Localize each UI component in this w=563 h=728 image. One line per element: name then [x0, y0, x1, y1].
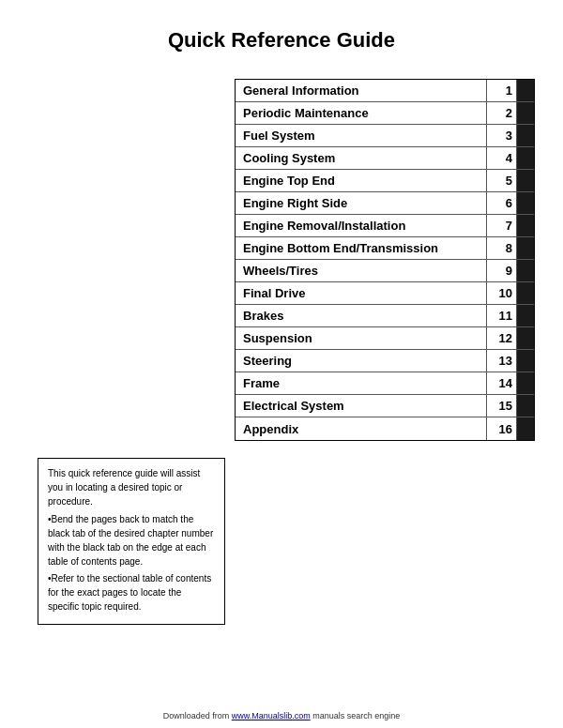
table-row: Engine Right Side6 [236, 192, 534, 215]
toc-item-number: 7 [487, 215, 517, 236]
toc-item-number: 4 [487, 147, 517, 169]
toc-item-label: Engine Top End [236, 170, 487, 191]
toc-item-number: 16 [487, 417, 517, 440]
toc-item-label: Engine Removal/Installation [236, 215, 487, 236]
toc-item-number: 1 [487, 80, 517, 101]
toc-item-label: Cooling System [236, 147, 487, 169]
toc-item-label: Steering [236, 350, 487, 372]
toc-item-label: Frame [236, 372, 487, 394]
table-row: Appendix16 [236, 417, 534, 440]
toc-item-number: 12 [487, 327, 517, 349]
table-row: Brakes11 [236, 305, 534, 327]
table-row: Periodic Maintenance2 [236, 102, 534, 125]
table-row: Wheels/Tires9 [236, 260, 534, 282]
table-row: Electrical System15 [236, 395, 534, 417]
toc-item-label: Final Drive [236, 282, 487, 304]
toc-item-label: Suspension [236, 327, 487, 349]
toc-item-number: 5 [487, 170, 517, 191]
toc-item-label: Engine Bottom End/Transmission [236, 237, 487, 259]
table-row: General Information1 [236, 80, 534, 102]
toc-item-number: 2 [487, 102, 517, 124]
table-row: Frame14 [236, 372, 534, 395]
toc-item-tab [517, 125, 534, 146]
toc-item-number: 14 [487, 372, 517, 394]
toc-item-number: 6 [487, 192, 517, 214]
toc-item-tab [517, 102, 534, 124]
table-row: Engine Top End5 [236, 170, 534, 192]
toc-item-label: Appendix [236, 417, 487, 440]
info-box: This quick reference guide will assist y… [38, 458, 225, 625]
toc-item-label: Fuel System [236, 125, 487, 146]
toc-item-number: 9 [487, 260, 517, 281]
info-box-bullet: •Refer to the sectional table of content… [48, 571, 215, 614]
toc-item-number: 10 [487, 282, 517, 304]
toc-item-number: 13 [487, 350, 517, 372]
page-title: Quick Reference Guide [168, 28, 395, 53]
toc-item-tab [517, 417, 534, 440]
toc-item-tab [517, 305, 534, 326]
info-box-text: This quick reference guide will assist y… [48, 466, 215, 508]
toc-container: General Information1Periodic Maintenance… [235, 79, 535, 441]
toc-item-label: Wheels/Tires [236, 260, 487, 281]
toc-item-tab [517, 192, 534, 214]
toc-item-label: Periodic Maintenance [236, 102, 487, 124]
toc-item-tab [517, 372, 534, 394]
toc-item-label: Engine Right Side [236, 192, 487, 214]
table-row: Steering13 [236, 350, 534, 372]
toc-item-number: 8 [487, 237, 517, 259]
toc-item-number: 15 [487, 395, 517, 417]
toc-item-label: General Information [236, 80, 487, 101]
table-row: Engine Bottom End/Transmission8 [236, 237, 534, 260]
toc-item-tab [517, 237, 534, 259]
toc-item-tab [517, 170, 534, 191]
toc-item-tab [517, 327, 534, 349]
info-box-bullet: •Bend the pages back to match the black … [48, 512, 215, 569]
table-row: Cooling System4 [236, 147, 534, 170]
table-row: Final Drive10 [236, 282, 534, 305]
toc-item-number: 11 [487, 305, 517, 326]
footer-text-before: Downloaded from [163, 711, 232, 720]
toc-item-tab [517, 282, 534, 304]
footer: Downloaded from www.Manualslib.com manua… [0, 711, 563, 720]
page-container: Quick Reference Guide General Informatio… [0, 0, 563, 728]
footer-link[interactable]: www.Manualslib.com [232, 711, 311, 720]
table-row: Fuel System3 [236, 125, 534, 147]
toc-item-tab [517, 350, 534, 372]
toc-item-label: Electrical System [236, 395, 487, 417]
toc-item-number: 3 [487, 125, 517, 146]
toc-item-tab [517, 147, 534, 169]
toc-item-tab [517, 215, 534, 236]
toc-item-tab [517, 80, 534, 101]
toc-item-tab [517, 260, 534, 281]
toc-item-label: Brakes [236, 305, 487, 326]
footer-text-after: manuals search engine [311, 711, 401, 720]
toc-item-tab [517, 395, 534, 417]
table-row: Suspension12 [236, 327, 534, 350]
content-area: General Information1Periodic Maintenance… [0, 79, 563, 625]
table-row: Engine Removal/Installation7 [236, 215, 534, 237]
